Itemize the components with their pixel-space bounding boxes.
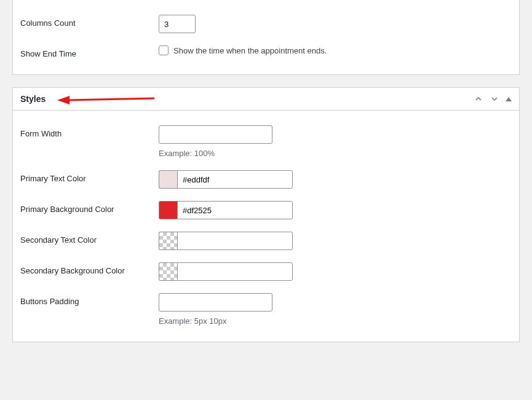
field-row-form-width: Form Width Example: 100% [20,117,512,162]
columns-count-label: Columns Count [20,15,159,28]
secondary-text-color-input[interactable] [177,232,293,250]
columns-count-input[interactable] [159,15,196,33]
show-end-time-checkbox[interactable] [159,45,169,55]
form-width-hint: Example: 100% [159,149,512,158]
chevron-down-icon[interactable] [490,94,499,104]
field-row-primary-text-color: Primary Text Color [20,162,512,192]
secondary-bg-color-label: Secondary Background Color [20,262,159,275]
field-row-secondary-text-color: Secondary Text Color [20,223,512,254]
secondary-text-color-label: Secondary Text Color [20,232,159,245]
svg-marker-1 [57,96,69,104]
form-width-input[interactable] [159,125,272,144]
primary-bg-color-swatch[interactable] [159,201,177,219]
secondary-text-color-swatch[interactable] [159,232,177,250]
styles-panel: Styles Form Width Example: 100% Primary … [12,87,520,342]
primary-bg-color-input[interactable] [177,201,293,219]
show-end-time-label: Show End Time [20,45,159,58]
show-end-time-text: Show the time when the appointment ends. [173,46,327,55]
styles-panel-title: Styles [20,94,46,104]
timeslots-panel: Columns Count Show End Time Show the tim… [12,0,520,75]
primary-text-color-swatch[interactable] [159,170,177,189]
collapse-toggle-icon[interactable] [506,97,512,101]
secondary-bg-color-swatch[interactable] [159,262,177,281]
field-row-buttons-padding: Buttons Padding Example: 5px 10px [20,284,512,329]
arrow-annotation [56,93,154,105]
field-row-columns-count: Columns Count [20,6,512,37]
primary-text-color-label: Primary Text Color [20,170,159,183]
field-row-secondary-bg-color: Secondary Background Color [20,254,512,284]
svg-line-0 [67,98,154,100]
field-row-show-end-time: Show End Time Show the time when the app… [20,37,512,62]
buttons-padding-input[interactable] [159,293,272,312]
buttons-padding-hint: Example: 5px 10px [159,316,512,326]
form-width-label: Form Width [20,125,159,138]
styles-panel-header[interactable]: Styles [13,88,519,111]
field-row-primary-bg-color: Primary Background Color [20,192,512,223]
primary-text-color-input[interactable] [177,170,293,189]
primary-bg-color-label: Primary Background Color [20,201,159,214]
chevron-up-icon[interactable] [474,94,483,104]
secondary-bg-color-input[interactable] [177,262,293,281]
buttons-padding-label: Buttons Padding [20,293,159,306]
